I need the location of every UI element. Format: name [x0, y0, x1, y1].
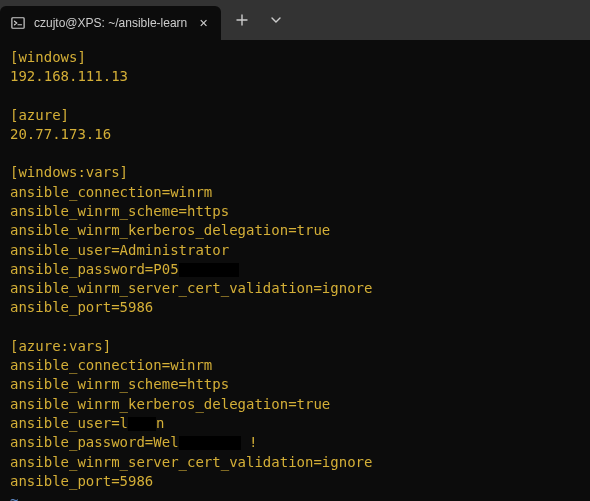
terminal-line: ansible_port=5986 — [10, 472, 580, 491]
titlebar: czujto@XPS: ~/ansible-learn ✕ — [0, 0, 590, 40]
active-tab[interactable]: czujto@XPS: ~/ansible-learn ✕ — [0, 6, 221, 40]
terminal-line: ansible_connection=winrm — [10, 183, 580, 202]
terminal-content[interactable]: [windows]192.168.111.13[azure]20.77.173.… — [0, 40, 590, 501]
redacted-text — [128, 417, 156, 431]
terminal-line: ansible_password=P05 — [10, 260, 580, 279]
terminal-line: 192.168.111.13 — [10, 67, 580, 86]
terminal-line: ansible_winrm_server_cert_validation=ign… — [10, 279, 580, 298]
close-tab-button[interactable]: ✕ — [195, 15, 211, 31]
redacted-text — [179, 436, 241, 450]
terminal-line: ansible_connection=winrm — [10, 356, 580, 375]
terminal-line: ansible_winrm_scheme=https — [10, 202, 580, 221]
redacted-text — [179, 263, 239, 277]
terminal-line: ansible_user=Administrator — [10, 241, 580, 260]
terminal-line: [azure:vars] — [10, 337, 580, 356]
terminal-line: ansible_winrm_kerberos_delegation=true — [10, 395, 580, 414]
terminal-line: 20.77.173.16 — [10, 125, 580, 144]
terminal-line: ansible_user=ln — [10, 414, 580, 433]
tab-actions — [221, 5, 291, 35]
empty-line — [10, 87, 580, 106]
terminal-line: ansible_winrm_server_cert_validation=ign… — [10, 453, 580, 472]
terminal-line: ansible_port=5986 — [10, 298, 580, 317]
terminal-line: ansible_winrm_kerberos_delegation=true — [10, 221, 580, 240]
empty-line — [10, 318, 580, 337]
empty-line — [10, 144, 580, 163]
terminal-line: [windows] — [10, 48, 580, 67]
tab-title: czujto@XPS: ~/ansible-learn — [34, 16, 187, 30]
terminal-line: ansible_password=Wel ! — [10, 433, 580, 452]
terminal-line: ansible_winrm_scheme=https — [10, 375, 580, 394]
terminal-line: [windows:vars] — [10, 163, 580, 182]
terminal-icon — [10, 15, 26, 31]
vim-tilde-line: ~ — [10, 491, 580, 501]
svg-rect-0 — [12, 18, 24, 29]
tab-dropdown-button[interactable] — [261, 5, 291, 35]
new-tab-button[interactable] — [227, 5, 257, 35]
terminal-line: [azure] — [10, 106, 580, 125]
